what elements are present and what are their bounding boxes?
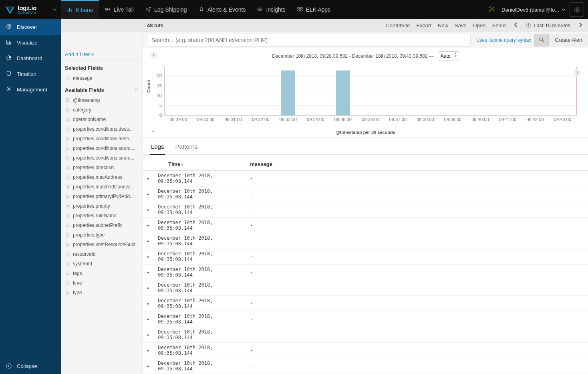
expand-row-icon[interactable]: ▸ [143, 218, 154, 233]
table-row[interactable]: ▸December 10th 2018, 09:35:08.144- [143, 218, 588, 233]
nav-collapse[interactable]: Collapse [0, 358, 61, 374]
field-properties-type[interactable]: tproperties.type [61, 230, 143, 240]
field-properties-subnetprefix[interactable]: tproperties.subnetPrefix [61, 220, 143, 230]
table-row[interactable]: ▸December 10th 2018, 09:35:08.144- [143, 358, 588, 374]
table-row[interactable]: ▸December 10th 2018, 09:35:08.144- [143, 327, 588, 343]
table-row[interactable]: ▸December 10th 2018, 09:35:08.144- [143, 233, 588, 249]
leftnav-item-management[interactable]: Management [0, 82, 61, 97]
chart-scroll-right-button[interactable] [574, 69, 581, 76]
field-properties-matchedconnec-[interactable]: #properties.matchedConnec... [61, 182, 143, 192]
add-filter-link[interactable]: Add a filter + [65, 51, 94, 57]
expand-row-icon[interactable]: ▸ [143, 343, 154, 358]
logo[interactable]: logz.io Operations [0, 0, 61, 19]
expand-row-icon[interactable]: ▸ [143, 296, 154, 311]
expand-row-icon[interactable]: ▸ [143, 186, 154, 202]
toolbar-link-contribute[interactable]: Contribute [386, 22, 410, 28]
expand-row-icon[interactable]: ▸ [143, 202, 154, 218]
table-row[interactable]: ▸December 10th 2018, 09:35:08.144- [143, 296, 588, 311]
field-properties-direction[interactable]: tproperties.direction [61, 163, 143, 172]
expand-row-icon[interactable]: ▸ [143, 358, 154, 374]
tab-patterns[interactable]: Patterns [175, 141, 199, 154]
lucene-syntax-link[interactable]: Uses lucene query syntax [473, 37, 534, 43]
field-properties-primaryipv4add-[interactable]: tproperties.primaryIPv4Add... [61, 192, 143, 201]
toolbar-link-export[interactable]: Export [416, 22, 431, 28]
table-row[interactable]: ▸December 10th 2018, 09:35:08.144- [143, 186, 588, 202]
chart-scroll-up-button[interactable] [151, 129, 155, 135]
create-alert-button[interactable]: Create Alert [549, 34, 588, 46]
svg-text:09:32:00: 09:32:00 [252, 117, 270, 122]
field-properties-conditions-desti-[interactable]: tproperties.conditions.desti... [61, 124, 143, 134]
user-menu[interactable]: DanielDev5 (daniel@lo... [501, 7, 566, 13]
expand-row-icon[interactable]: ▸ [143, 233, 154, 249]
leftnav-item-visualize[interactable]: Visualize [0, 35, 61, 51]
leftnav-item-discover[interactable]: Discover [0, 19, 61, 35]
toolbar-link-new[interactable]: New [438, 22, 448, 28]
leftnav-item-dashboard[interactable]: Dashboard [0, 51, 61, 66]
topnav-item-live-tail[interactable]: Live Tail [99, 0, 139, 19]
field-properties-rulename[interactable]: tproperties.ruleName [61, 211, 143, 220]
magic-wand-icon[interactable] [485, 3, 497, 16]
topnav-item-kibana[interactable]: Kibana [61, 0, 99, 19]
nav-icon [66, 6, 73, 14]
topnav-item-alerts-events[interactable]: Alerts & Events [193, 0, 252, 19]
field-category[interactable]: tcategory [61, 105, 143, 115]
field-operationname[interactable]: toperationName [61, 115, 143, 124]
column-header-message[interactable]: message [246, 158, 588, 171]
logo-sub: Operations [18, 11, 37, 14]
column-header-time[interactable]: Time▾ [154, 158, 246, 171]
fields-settings-icon[interactable] [134, 87, 139, 93]
field-resourceid[interactable]: tresourceId [61, 249, 143, 259]
table-row[interactable]: ▸December 10th 2018, 09:35:08.144- [143, 202, 588, 218]
toolbar-link-save[interactable]: Save [455, 22, 467, 28]
table-row[interactable]: ▸December 10th 2018, 09:35:08.144- [143, 343, 588, 358]
expand-row-icon[interactable]: ▸ [143, 265, 154, 280]
expand-row-icon[interactable]: ▸ [143, 311, 154, 327]
svg-rect-4 [71, 9, 72, 12]
field--timestamp[interactable]: @timestamp [61, 95, 143, 105]
chart-scroll-left-button[interactable] [150, 51, 157, 59]
field-properties-vnetresourceguid[interactable]: tproperties.vnetResourceGuid [61, 240, 143, 249]
interval-select[interactable]: Auto [438, 51, 459, 61]
field-properties-macaddress[interactable]: tproperties.macAddress [61, 172, 143, 182]
table-row[interactable]: ▸December 10th 2018, 09:35:08.144- [143, 249, 588, 265]
field-type[interactable]: ttype [61, 288, 143, 297]
time-range-picker[interactable]: Last 15 minutes [526, 22, 570, 28]
field-properties-conditions-sourc-[interactable]: tproperties.conditions.sourc... [61, 153, 143, 163]
table-row[interactable]: ▸December 10th 2018, 09:35:08.144- [143, 171, 588, 186]
nav-icon [145, 6, 151, 14]
field-properties-conditions-desti-[interactable]: tproperties.conditions.desti... [61, 134, 143, 144]
table-row[interactable]: ▸December 10th 2018, 09:35:08.144- [143, 280, 588, 296]
tab-logs[interactable]: Logs [150, 141, 165, 155]
field-time[interactable]: ttime [61, 278, 143, 288]
field-type-icon: t [65, 126, 70, 132]
settings-button[interactable] [570, 2, 584, 17]
table-row[interactable]: ▸December 10th 2018, 09:35:08.144- [143, 265, 588, 280]
search-input[interactable] [147, 34, 471, 46]
toolbar-link-share[interactable]: Share [492, 22, 506, 28]
field-type-icon: t [65, 290, 70, 295]
expand-row-icon[interactable]: ▸ [143, 249, 154, 265]
field-properties-priority[interactable]: #properties.priority [61, 201, 143, 211]
toolbar-link-open[interactable]: Open [473, 22, 486, 28]
svg-point-12 [576, 9, 578, 11]
field-message[interactable]: tmessage [61, 73, 143, 83]
field-systemid[interactable]: tsystemId [61, 259, 143, 269]
logs-table: Time▾ message ▸December 10th 2018, 09:35… [143, 158, 588, 374]
time-next-button[interactable] [577, 22, 584, 28]
field-tags[interactable]: ttags [61, 269, 143, 278]
expand-row-icon[interactable]: ▸ [143, 327, 154, 343]
expand-row-icon[interactable]: ▸ [143, 280, 154, 296]
topnav-item-log-shipping[interactable]: Log Shipping [139, 0, 193, 19]
table-row[interactable]: ▸December 10th 2018, 09:35:08.144- [143, 311, 588, 327]
topnav-item-elk-apps[interactable]: ELK Apps [291, 0, 336, 19]
topnav-item-insights[interactable]: Insights [251, 0, 291, 19]
fields-panel: Add a filter + Selected Fields tmessage … [61, 19, 143, 374]
time-prev-button[interactable] [512, 22, 520, 28]
field-properties-conditions-sourc-[interactable]: tproperties.conditions.sourc... [61, 144, 143, 153]
leftnav-item-timelion[interactable]: Timelion [0, 66, 61, 82]
field-type-icon: t [65, 213, 70, 218]
expand-row-icon[interactable]: ▸ [143, 171, 154, 186]
search-button[interactable] [534, 34, 549, 46]
svg-text:09:34:00: 09:34:00 [307, 117, 324, 122]
search-icon [539, 37, 545, 43]
